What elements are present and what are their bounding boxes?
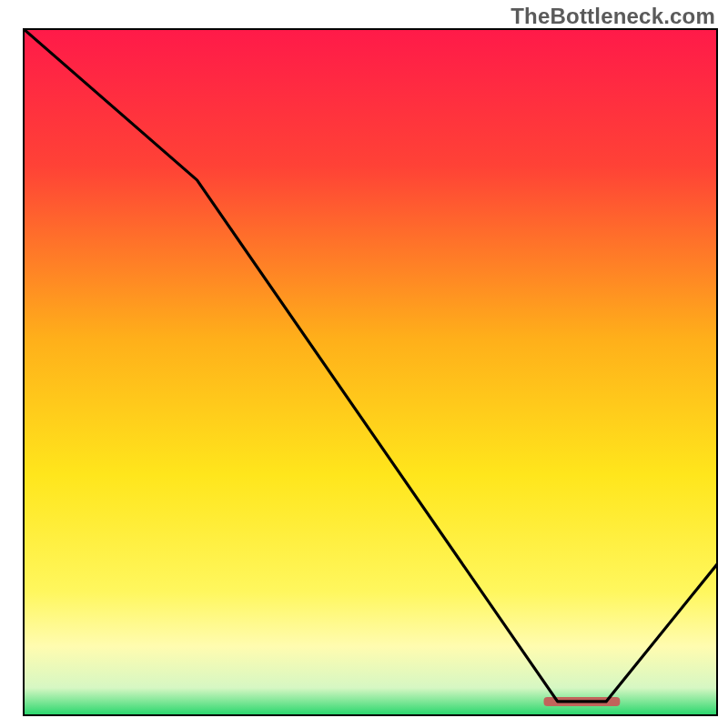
- gradient-background: [24, 29, 717, 715]
- chart-canvas: TheBottleneck.com: [0, 0, 728, 728]
- watermark-text: TheBottleneck.com: [511, 4, 715, 29]
- chart-svg: [0, 0, 728, 728]
